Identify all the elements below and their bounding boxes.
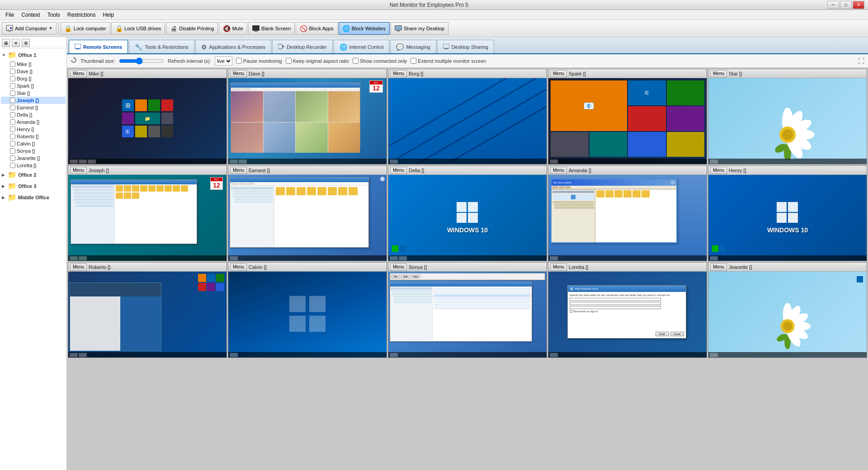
menu-context[interactable]: Context <box>18 11 43 19</box>
screen-borg-body[interactable] <box>388 78 547 164</box>
checkbox-sonya[interactable] <box>10 148 15 154</box>
maximize-button[interactable]: □ <box>840 1 852 9</box>
sidebar-item-dave[interactable]: Dave [] <box>1 68 66 75</box>
screen-star-body[interactable] <box>708 78 867 164</box>
screen-joseph-body[interactable]: DEC 12 <box>68 175 226 261</box>
sidebar-item-star[interactable]: Star [] <box>1 89 66 97</box>
checkbox-amanda[interactable] <box>10 119 15 125</box>
screen-joseph-menu-button[interactable]: Menu <box>70 167 87 174</box>
screen-loretta[interactable]: Menu Loretta [] 🖥 Map Network Drive <box>548 262 707 358</box>
screen-borg-menu-button[interactable]: Menu <box>390 70 407 77</box>
screen-jeanette[interactable]: Menu Jeanette [] <box>708 262 867 358</box>
tab-internet-control[interactable]: 🌐 Internet Control <box>334 40 390 53</box>
show-connected-label[interactable]: Show connected only <box>353 58 407 64</box>
sidebar-item-roberto[interactable]: Roberto [] <box>1 133 66 140</box>
screen-earnest-menu-button[interactable]: Menu <box>230 167 247 174</box>
thumbnail-size-slider[interactable] <box>119 57 164 65</box>
screen-loretta-body[interactable]: 🖥 Map Network Drive Specify the drive le… <box>548 272 707 357</box>
menu-restrictions[interactable]: Restrictions <box>64 11 99 19</box>
screen-henry-body[interactable]: WINDOWS 10 <box>708 175 867 261</box>
screen-earnest[interactable]: Menu Earnest [] <box>228 165 387 261</box>
screen-jeanette-menu-button[interactable]: Menu <box>710 263 727 271</box>
pause-monitoring-checkbox[interactable] <box>236 58 242 64</box>
fullscreen-icon[interactable]: ⛶ <box>858 57 864 65</box>
screen-loretta-menu-button[interactable]: Menu <box>550 263 567 271</box>
extend-monitor-label[interactable]: Extend multiple monitor screen <box>410 58 486 64</box>
checkbox-earnest[interactable] <box>10 105 15 110</box>
mute-button[interactable]: 🔇 Mute <box>219 22 247 35</box>
screen-star-menu-button[interactable]: Menu <box>710 70 727 77</box>
share-desktop-button[interactable]: Share my Desktop <box>391 22 448 35</box>
screen-sonya-body[interactable]: File Edit View <box>388 272 547 357</box>
office1-header[interactable]: ▼ 📁 Office 1 <box>1 49 66 61</box>
screen-star[interactable]: Menu Star [] <box>708 69 867 164</box>
screen-calvin-body[interactable] <box>228 272 387 357</box>
tab-remote-screens[interactable]: Remote Screens <box>69 40 128 53</box>
checkbox-della[interactable] <box>10 112 15 118</box>
sidebar-item-loretta[interactable]: Loretta [] <box>1 162 66 169</box>
screen-mike-menu-button[interactable]: Menu <box>70 70 87 77</box>
screen-henry-menu-button[interactable]: Menu <box>710 167 727 174</box>
menu-help[interactable]: Help <box>99 11 118 19</box>
tab-applications-processes[interactable]: ⚙ Applications & Processes <box>195 40 271 53</box>
lock-usb-button[interactable]: 🔒 Lock USB drives <box>111 22 165 35</box>
screen-della[interactable]: Menu Della [] <box>388 165 547 261</box>
sidebar-icon-2[interactable]: ✕ <box>12 39 20 47</box>
screen-jeanette-body[interactable] <box>708 272 867 357</box>
checkbox-jeanette[interactable] <box>10 155 15 161</box>
sidebar-item-borg[interactable]: Borg [] <box>1 75 66 82</box>
checkbox-roberto[interactable] <box>10 134 15 139</box>
checkbox-mike[interactable] <box>10 61 15 67</box>
screen-della-menu-button[interactable]: Menu <box>390 167 407 174</box>
minimize-button[interactable]: ─ <box>827 1 839 9</box>
screen-dave[interactable]: Menu Dave [] DEC 12 <box>228 69 387 164</box>
tab-messaging[interactable]: 💬 Messaging <box>390 40 436 53</box>
screen-spark-body[interactable]: 📧 IE <box>548 78 707 164</box>
middle-office-header[interactable]: ▶ 📁 Middle Office <box>1 192 66 203</box>
screen-earnest-body[interactable] <box>228 175 387 261</box>
sidebar-item-calvin[interactable]: Calvin [] <box>1 140 66 147</box>
sidebar-item-henry[interactable]: Henry [] <box>1 126 66 133</box>
screen-sonya[interactable]: Menu Sonya [] File Edit View <box>388 262 547 358</box>
checkbox-spark[interactable] <box>10 83 15 89</box>
keep-aspect-label[interactable]: Keep original aspect ratio <box>286 58 349 64</box>
screen-mike[interactable]: Menu Mike [] ⊞ <box>68 69 227 164</box>
checkbox-star[interactable] <box>10 90 15 96</box>
screen-joseph[interactable]: Menu Joseph [] DEC 12 <box>68 165 227 261</box>
tab-desktop-recorder[interactable]: Desktop Recorder <box>272 40 333 53</box>
sidebar-item-della[interactable]: Della [] <box>1 111 66 118</box>
checkbox-henry[interactable] <box>10 127 15 132</box>
screen-mike-body[interactable]: ⊞ 📁 IE <box>68 78 226 164</box>
sidebar-item-joseph[interactable]: Joseph [] <box>1 97 66 104</box>
screen-calvin[interactable]: Menu Calvin [] <box>228 262 387 358</box>
screen-roberto[interactable]: Menu Roberto [] <box>68 262 227 358</box>
office2-header[interactable]: ▶ 📁 Office 2 <box>1 169 66 180</box>
sidebar-item-earnest[interactable]: Earnest [] <box>1 104 66 111</box>
sidebar-item-mike[interactable]: Mike [] <box>1 61 66 68</box>
sidebar-icon-3[interactable]: ⚙ <box>22 39 30 47</box>
screen-roberto-body[interactable] <box>68 272 226 357</box>
screen-calvin-menu-button[interactable]: Menu <box>230 263 247 271</box>
screen-borg[interactable]: Menu Borg [] <box>388 69 547 164</box>
checkbox-calvin[interactable] <box>10 141 15 146</box>
checkbox-loretta[interactable] <box>10 163 15 168</box>
office3-header[interactable]: ▶ 📁 Office 3 <box>1 180 66 192</box>
add-computer-button[interactable]: Add Computer ▼ <box>2 22 57 35</box>
screen-della-body[interactable]: WINDOWS 10 <box>388 175 547 261</box>
extend-monitor-checkbox[interactable] <box>410 58 416 64</box>
sidebar-icon-1[interactable]: 🖥 <box>2 39 10 47</box>
disable-printing-button[interactable]: 🖨 Disable Printing <box>166 22 218 35</box>
checkbox-dave[interactable] <box>10 69 15 74</box>
screen-sonya-menu-button[interactable]: Menu <box>390 263 407 271</box>
block-websites-button[interactable]: 🌐 Block Websites <box>339 22 390 35</box>
screen-dave-menu-button[interactable]: Menu <box>230 70 247 77</box>
screen-amanda[interactable]: Menu Amanda [] My Documents <box>548 165 707 261</box>
menu-tools[interactable]: Tools <box>44 11 64 19</box>
sidebar-item-jeanette[interactable]: Jeanette [] <box>1 155 66 162</box>
screen-amanda-body[interactable]: My Documents <box>548 175 707 261</box>
lock-computer-button[interactable]: 🔒 Lock computer <box>61 22 110 35</box>
block-apps-button[interactable]: 🚫 Block Apps <box>296 22 337 35</box>
tab-tools-restrictions[interactable]: 🔧 Tools & Restrictions <box>129 40 194 53</box>
sidebar-item-amanda[interactable]: Amanda [] <box>1 118 66 126</box>
blank-screen-button[interactable]: Blank Screen <box>248 22 295 35</box>
